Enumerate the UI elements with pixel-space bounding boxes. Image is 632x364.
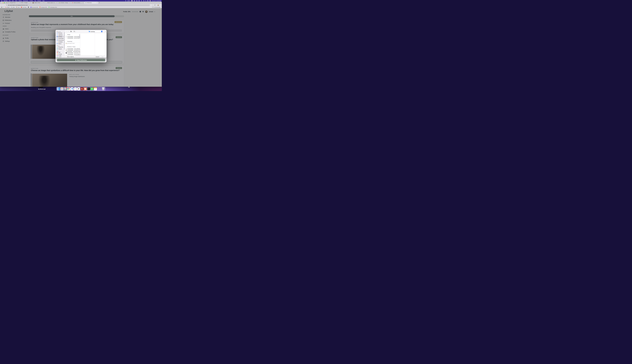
- reload-icon[interactable]: ↻: [6, 4, 7, 6]
- menu-tab[interactable]: Tab: [34, 0, 36, 2]
- control-center-icon[interactable]: [147, 0, 148, 1]
- launchpad-icon[interactable]: [60, 87, 64, 90]
- trash-icon[interactable]: [102, 87, 105, 90]
- file-row[interactable]: Screenshot…at 11.25.04 AM: [65, 48, 80, 50]
- tab-v1-google-drive[interactable]: v1 - Google Drive ×: [6, 2, 18, 4]
- display-icon[interactable]: [138, 0, 140, 1]
- sidebar-item-shared[interactable]: Shared: [56, 48, 64, 50]
- address-bar[interactable]: panel.lilylist.com/staging/reflections.h…: [7, 4, 150, 6]
- chrome-profile-avatar[interactable]: [158, 4, 159, 6]
- stage-manager-icon[interactable]: [136, 0, 138, 1]
- volume-icon[interactable]: [134, 0, 135, 2]
- filezilla-icon[interactable]: Fz: [80, 87, 84, 90]
- sidebar-item-htdocs[interactable]: htdocs: [56, 43, 64, 44]
- sidebar-item-recents[interactable]: Recents: [56, 32, 64, 34]
- video-file-thumbnail[interactable]: [39, 87, 43, 88]
- bookmark-gmail[interactable]: MGmail: [5, 7, 9, 8]
- bookmark-star-icon[interactable]: ☆: [152, 4, 153, 6]
- spotlight-icon[interactable]: [145, 0, 146, 1]
- sidebar-item-icloud-drive[interactable]: ☁iCloud Dri…: [56, 46, 64, 48]
- column-resize-handle[interactable]: ❘❘: [80, 54, 81, 55]
- cancel-button[interactable]: Cancel: [95, 56, 100, 58]
- whatsapp-icon[interactable]: ✆1: [90, 87, 94, 90]
- file-row[interactable]: Screenshot…at 8.19.30 PM: [65, 36, 80, 37]
- back-icon[interactable]: ←: [1, 4, 2, 6]
- forward-icon[interactable]: →: [4, 4, 5, 6]
- file-row[interactable]: generate4.html: [65, 43, 80, 44]
- sidebar-item-applications[interactable]: AApplicati…: [56, 34, 64, 36]
- bookmark-live[interactable]: Live: [16, 7, 20, 8]
- menu-edit[interactable]: Edit: [12, 0, 14, 2]
- siri-icon[interactable]: [150, 0, 151, 2]
- bookmark-whatsapp[interactable]: ✆WhatsApp Web: [48, 7, 57, 8]
- tag-purple[interactable]: Purple: [56, 55, 64, 56]
- zoom-window-button[interactable]: [4, 2, 5, 3]
- close-tab-icon[interactable]: ×: [70, 2, 70, 3]
- file-row[interactable]: Screenshot…at 8.23.55 PM: [65, 37, 80, 39]
- bookmark-youtube[interactable]: YouTube: [21, 7, 26, 8]
- tab-apis-workspace[interactable]: G APIs – Google Workspace – … ×: [19, 2, 31, 4]
- screenshot-tool-icon[interactable]: ❖: [125, 0, 126, 2]
- menu-profiles[interactable]: Profiles: [30, 0, 33, 2]
- close-tab-icon[interactable]: ×: [82, 2, 83, 3]
- location-dropdown[interactable]: Desktop: [88, 30, 103, 32]
- desktop-file-movie[interactable]: My Movie.mp4: [38, 88, 46, 90]
- file-list-scrollbar[interactable]: [80, 34, 80, 38]
- close-tab-icon[interactable]: ×: [43, 2, 44, 3]
- desktop-file-zip[interactable]: .zip: [128, 86, 130, 88]
- close-tab-icon[interactable]: ×: [97, 2, 97, 3]
- tab-ai-music-drive[interactable]: AI Music - Google Drive ×: [58, 2, 71, 4]
- chrome-menu-icon[interactable]: ⋮: [160, 4, 161, 6]
- back-icon[interactable]: ‹: [66, 31, 67, 32]
- menu-bookmarks[interactable]: Bookmarks: [23, 0, 28, 2]
- close-window-button[interactable]: [1, 2, 2, 3]
- terminal-icon[interactable]: >_: [87, 87, 90, 90]
- tag-red[interactable]: Red: [56, 52, 64, 53]
- bookmark-upwork[interactable]: up: [28, 7, 29, 8]
- tag-orange[interactable]: Orange: [56, 53, 64, 55]
- save-reflection-button[interactable]: Save Reflection: [57, 59, 105, 62]
- close-tab-icon[interactable]: ×: [30, 2, 30, 3]
- slack-icon[interactable]: [74, 87, 77, 90]
- tab-reflections-active[interactable]: Reflections ×: [84, 2, 98, 4]
- wifi-icon[interactable]: [141, 0, 142, 2]
- tab-gmail-inbox[interactable]: M Inbox (13,892) - zohaibshahe… ×: [71, 2, 84, 4]
- sidebar-scrollbar[interactable]: [64, 32, 64, 50]
- postman-icon[interactable]: [84, 87, 87, 90]
- tab-lilylist-trello[interactable]: Lilylist | Trello ×: [32, 2, 44, 4]
- bookmark-microsoft-365[interactable]: Microsoft 365: [30, 7, 38, 8]
- vscode-icon[interactable]: [70, 87, 74, 90]
- notes-icon[interactable]: [94, 87, 97, 90]
- sidebar-item-documents[interactable]: Documents: [56, 40, 64, 41]
- minimize-window-button[interactable]: [3, 2, 4, 3]
- menu-history[interactable]: History: [18, 0, 22, 2]
- menu-file[interactable]: File: [9, 0, 10, 2]
- show-options-button[interactable]: Show Options: [66, 56, 75, 58]
- menu-view[interactable]: View: [15, 0, 17, 2]
- menu-help[interactable]: Help: [42, 0, 44, 2]
- file-row[interactable]: Screenshot…at 5.10.17 PM: [65, 52, 80, 54]
- bookmark-zoho[interactable]: ✉Zoho: [11, 7, 15, 8]
- file-row[interactable]: Screenshot…at 5.24.50 PM: [65, 54, 80, 55]
- menu-window[interactable]: Window: [38, 0, 41, 2]
- chatgpt-icon[interactable]: ✻: [77, 87, 80, 90]
- menu-app-name[interactable]: Chrome: [4, 0, 8, 2]
- forward-icon[interactable]: ›: [68, 31, 69, 32]
- site-settings-icon[interactable]: [8, 5, 9, 6]
- finder-icon[interactable]: [57, 87, 60, 90]
- group-view-button[interactable]: [73, 30, 76, 32]
- menu-clock[interactable]: Fri Jun 27 11:54 PM: [152, 0, 161, 2]
- file-row[interactable]: Screenshot…at 9.09.19 PM: [65, 51, 80, 52]
- chrome-icon[interactable]: [67, 87, 70, 90]
- column-view-button[interactable]: [70, 30, 72, 32]
- bluetooth-icon[interactable]: [143, 0, 144, 2]
- extensions-icon[interactable]: [154, 5, 155, 6]
- apps-grid-icon[interactable]: [1, 7, 2, 8]
- sidebar-item-downloads[interactable]: ↓Downloads: [56, 38, 64, 39]
- sidebar-item-desktop[interactable]: Desktop: [56, 36, 64, 38]
- new-tab-button[interactable]: +: [99, 2, 100, 4]
- apple-menu-icon[interactable]: [1, 0, 2, 2]
- search-field[interactable]: Search: [104, 30, 106, 32]
- file-row[interactable]: Screenshot…at 5.26.47 PM: [65, 50, 80, 51]
- bookmark-hubspot[interactable]: ✱HubSpot APIs: [40, 7, 47, 8]
